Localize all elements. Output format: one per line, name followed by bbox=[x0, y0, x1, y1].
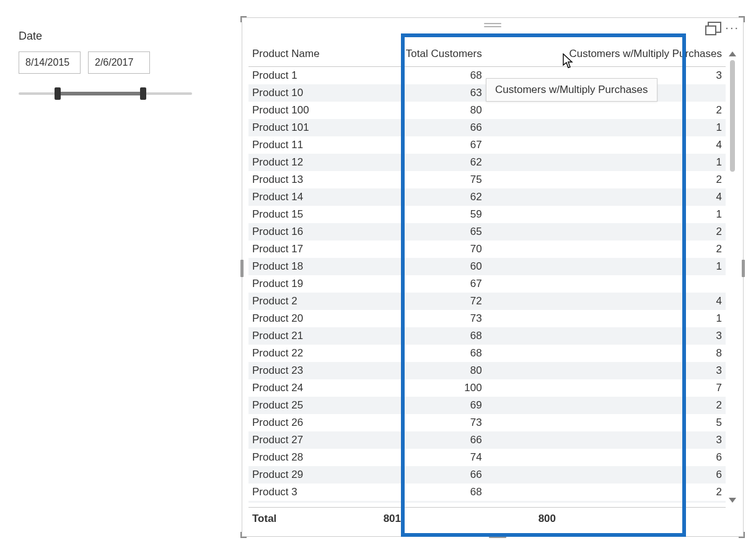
vertical-scrollbar[interactable] bbox=[728, 51, 737, 503]
table-row[interactable]: Product 30562 bbox=[248, 501, 726, 503]
cell-multi-purchases: 2 bbox=[486, 483, 726, 501]
cell-total-customers: 68 bbox=[361, 345, 486, 362]
col-header-product-name[interactable]: Product Name bbox=[248, 43, 361, 67]
table-row[interactable]: Product 12621 bbox=[248, 154, 726, 171]
table-row[interactable]: Product 241007 bbox=[248, 379, 726, 397]
cell-total-customers: 68 bbox=[361, 483, 486, 501]
cell-product-name: Product 27 bbox=[248, 431, 361, 449]
table-row[interactable]: Product 25692 bbox=[248, 397, 726, 414]
col-header-multi-purchases[interactable]: Customers w/Multiply Purchases bbox=[486, 43, 726, 67]
selection-corner[interactable] bbox=[739, 532, 745, 538]
cell-product-name: Product 10 bbox=[248, 84, 361, 102]
header-tooltip: Customers w/Multiply Purchases bbox=[486, 78, 657, 102]
slider-handle-start[interactable] bbox=[55, 87, 61, 100]
scroll-thumb[interactable] bbox=[730, 60, 735, 172]
table-row[interactable]: Product 22688 bbox=[248, 345, 726, 362]
table-row[interactable]: Product 1967 bbox=[248, 275, 726, 293]
cell-product-name: Product 25 bbox=[248, 397, 361, 414]
cell-total-customers: 66 bbox=[361, 431, 486, 449]
cell-multi-purchases: 4 bbox=[486, 188, 726, 206]
cell-total-customers: 80 bbox=[361, 102, 486, 119]
cell-product-name: Product 3 bbox=[248, 483, 361, 501]
cell-total-customers: 100 bbox=[361, 379, 486, 397]
cell-product-name: Product 22 bbox=[248, 345, 361, 362]
table-row[interactable]: Product 27663 bbox=[248, 431, 726, 449]
table-row[interactable]: Product 21683 bbox=[248, 327, 726, 345]
slicer-title: Date bbox=[19, 30, 204, 43]
cell-product-name: Product 23 bbox=[248, 362, 361, 379]
cell-multi-purchases: 1 bbox=[486, 119, 726, 136]
table-scroll-area[interactable]: Product Name Total Customers Customers w… bbox=[248, 43, 726, 503]
table-row[interactable]: Product 29666 bbox=[248, 466, 726, 483]
cell-total-customers: 63 bbox=[361, 84, 486, 102]
cell-total-customers: 73 bbox=[361, 310, 486, 327]
cell-total-customers: 56 bbox=[361, 501, 486, 503]
selection-mid-handle[interactable] bbox=[240, 260, 244, 277]
table-row[interactable]: Product 11674 bbox=[248, 136, 726, 154]
cell-product-name: Product 13 bbox=[248, 171, 361, 188]
cell-product-name: Product 100 bbox=[248, 102, 361, 119]
col-header-total-customers[interactable]: Total Customers bbox=[361, 43, 486, 67]
cell-multi-purchases bbox=[486, 275, 726, 293]
date-slicer[interactable]: Date 8/14/2015 2/6/2017 bbox=[19, 30, 204, 100]
selection-corner[interactable] bbox=[739, 16, 745, 22]
table-row[interactable]: Product 18601 bbox=[248, 258, 726, 275]
cell-total-customers: 66 bbox=[361, 119, 486, 136]
cell-multi-purchases: 1 bbox=[486, 258, 726, 275]
date-to-input[interactable]: 2/6/2017 bbox=[88, 51, 150, 74]
cell-total-customers: 69 bbox=[361, 397, 486, 414]
table-row[interactable]: Product 17702 bbox=[248, 241, 726, 258]
cell-multi-purchases: 4 bbox=[486, 293, 726, 310]
cell-multi-purchases: 2 bbox=[486, 397, 726, 414]
table-row[interactable]: Product 101661 bbox=[248, 119, 726, 136]
cell-total-customers: 60 bbox=[361, 258, 486, 275]
date-slider[interactable] bbox=[19, 87, 192, 100]
more-options-icon[interactable]: ··· bbox=[725, 22, 739, 33]
cell-product-name: Product 24 bbox=[248, 379, 361, 397]
table-row[interactable]: Product 13752 bbox=[248, 171, 726, 188]
selection-corner[interactable] bbox=[240, 532, 247, 538]
table-row[interactable]: Product 100802 bbox=[248, 102, 726, 119]
cell-product-name: Product 11 bbox=[248, 136, 361, 154]
cell-multi-purchases: 7 bbox=[486, 379, 726, 397]
cell-total-customers: 68 bbox=[361, 67, 486, 85]
table-row[interactable]: Product 23803 bbox=[248, 362, 726, 379]
cell-multi-purchases: 1 bbox=[486, 206, 726, 223]
scroll-down-icon[interactable] bbox=[729, 498, 736, 503]
table-row[interactable]: Product 16652 bbox=[248, 223, 726, 241]
drag-grip-icon[interactable] bbox=[484, 23, 501, 27]
table-row[interactable]: Product 3682 bbox=[248, 483, 726, 501]
cell-product-name: Product 21 bbox=[248, 327, 361, 345]
cell-multi-purchases: 5 bbox=[486, 414, 726, 431]
cell-total-customers: 70 bbox=[361, 241, 486, 258]
cell-total-customers: 66 bbox=[361, 466, 486, 483]
cell-total-customers: 62 bbox=[361, 188, 486, 206]
cell-multi-purchases: 8 bbox=[486, 345, 726, 362]
focus-mode-icon[interactable] bbox=[708, 22, 721, 33]
selection-corner[interactable] bbox=[240, 16, 247, 22]
date-from-input[interactable]: 8/14/2015 bbox=[19, 51, 81, 74]
cell-product-name: Product 26 bbox=[248, 414, 361, 431]
cell-multi-purchases: 3 bbox=[486, 362, 726, 379]
table-row[interactable]: Product 2724 bbox=[248, 293, 726, 310]
cell-multi-purchases: 2 bbox=[486, 171, 726, 188]
table-row[interactable]: Product 28746 bbox=[248, 449, 726, 466]
cell-total-customers: 62 bbox=[361, 154, 486, 171]
table-row[interactable]: Product 26735 bbox=[248, 414, 726, 431]
cell-multi-purchases: 6 bbox=[486, 466, 726, 483]
selection-mid-handle[interactable] bbox=[742, 260, 745, 277]
slider-fill bbox=[56, 92, 143, 95]
scroll-up-icon[interactable] bbox=[729, 51, 736, 56]
cell-product-name: Product 14 bbox=[248, 188, 361, 206]
slider-handle-end[interactable] bbox=[140, 87, 146, 100]
cell-total-customers: 67 bbox=[361, 275, 486, 293]
cell-product-name: Product 16 bbox=[248, 223, 361, 241]
table-row[interactable]: Product 20731 bbox=[248, 310, 726, 327]
cell-product-name: Product 19 bbox=[248, 275, 361, 293]
cell-multi-purchases: 1 bbox=[486, 310, 726, 327]
table-row[interactable]: Product 14624 bbox=[248, 188, 726, 206]
cell-total-customers: 68 bbox=[361, 327, 486, 345]
selection-mid-handle[interactable] bbox=[489, 535, 506, 538]
cell-product-name: Product 1 bbox=[248, 67, 361, 85]
table-row[interactable]: Product 15591 bbox=[248, 206, 726, 223]
